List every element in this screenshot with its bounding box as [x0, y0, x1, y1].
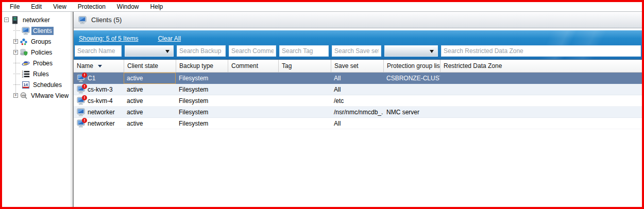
- menu-window[interactable]: Window: [111, 3, 145, 11]
- search-name-input[interactable]: [75, 45, 122, 57]
- cell-text: Filesystem: [179, 75, 208, 82]
- tree-connector: [13, 63, 20, 63]
- column-header-label: Restricted Data Zone: [444, 62, 502, 69]
- tree-item-policies[interactable]: +Policies: [2, 47, 73, 58]
- cell-protection-group: CSBRONZE-CLUST...: [383, 73, 440, 84]
- table-row-cs-kvm-3[interactable]: !cs-kvm-3activeFilesystemAll: [74, 84, 642, 95]
- table-row-c1[interactable]: !C1activeFilesystemAllCSBRONZE-CLUST...: [74, 73, 642, 84]
- svg-text:3: 3: [22, 76, 23, 78]
- protection-group-filter-dropdown[interactable]: [384, 45, 438, 57]
- cell-text: active: [127, 75, 143, 82]
- column-header-label: Name: [77, 62, 93, 69]
- column-header-label: Backup type: [179, 62, 213, 69]
- tree-item-label: Schedules: [31, 81, 63, 89]
- cell-tag: [278, 84, 331, 95]
- client-monitor-icon: !: [77, 97, 85, 105]
- cell-client-state: active: [124, 107, 176, 117]
- panel-header: Clients (5): [74, 12, 642, 28]
- alert-badge-icon: !: [82, 73, 87, 78]
- tree-item-label: Groups: [29, 38, 53, 46]
- cell-backup-type: Filesystem: [176, 84, 228, 95]
- monitor-icon: [22, 27, 30, 35]
- collapse-toggle-icon[interactable]: −: [4, 18, 9, 22]
- cell-comment: [228, 84, 278, 95]
- column-header-backup-type[interactable]: Backup type: [176, 60, 228, 72]
- tree-item-probes[interactable]: Probes: [2, 58, 73, 68]
- column-header-restricted-data-zone[interactable]: Restricted Data Zone: [440, 60, 642, 72]
- content-area: − networker Clients+Groups+PoliciesProbe…: [2, 12, 642, 207]
- client-monitor-icon: !: [77, 85, 85, 94]
- navigation-tree: − networker Clients+Groups+PoliciesProbe…: [2, 12, 74, 207]
- tree-item-networker[interactable]: − networker: [2, 14, 73, 25]
- menu-view[interactable]: View: [47, 3, 72, 11]
- expand-toggle-icon[interactable]: +: [13, 39, 18, 44]
- menu-protection[interactable]: Protection: [72, 3, 111, 11]
- column-header-name[interactable]: Name: [74, 60, 124, 72]
- expand-toggle-icon[interactable]: +: [13, 50, 18, 55]
- cell-text: active: [127, 97, 143, 104]
- cell-name: !cs-kvm-3: [74, 84, 124, 95]
- column-header-tag[interactable]: Tag: [278, 60, 331, 72]
- cell-text: All: [334, 75, 341, 82]
- clear-all-link[interactable]: Clear All: [158, 35, 181, 42]
- cell-client-state: active: [124, 95, 176, 106]
- cell-text: NMC server: [386, 109, 419, 116]
- cell-name: !cs-kvm-4: [74, 95, 124, 106]
- cell-rdz: [440, 95, 642, 106]
- table-row-networker[interactable]: networkeractiveFilesystem/nsr/nmc/nmcdb_…: [74, 107, 642, 118]
- cell-save-set: All: [331, 84, 383, 95]
- cell-name: !C1: [74, 73, 124, 84]
- cell-save-set: /etc: [331, 95, 383, 106]
- client-state-filter-dropdown[interactable]: [125, 45, 174, 57]
- cell-text: cs-kvm-4: [88, 97, 113, 104]
- tree-item-schedules[interactable]: 14Schedules: [2, 79, 73, 90]
- cell-save-set: All: [331, 73, 383, 84]
- cell-client-state: active: [124, 84, 176, 95]
- showing-items-link[interactable]: Showing: 5 of 5 Items: [79, 35, 138, 42]
- filter-links: Showing: 5 of 5 Items Clear All: [74, 34, 642, 43]
- menu-edit[interactable]: Edit: [25, 3, 47, 11]
- page-title: Clients (5): [91, 16, 122, 24]
- search-comment-input[interactable]: [229, 45, 276, 57]
- tree-item-vmware-view[interactable]: +vmVMware View: [2, 90, 73, 101]
- column-header-comment[interactable]: Comment: [228, 60, 278, 72]
- cell-comment: [228, 73, 278, 84]
- search-rdz-input[interactable]: [441, 45, 641, 57]
- alert-badge-icon: !: [82, 118, 87, 123]
- search-save-set-input[interactable]: [332, 45, 381, 57]
- cell-protection-group: [383, 118, 440, 129]
- column-header-client-state[interactable]: Client state: [124, 60, 176, 72]
- search-backup-type-input[interactable]: [177, 45, 226, 57]
- cell-text: C1: [88, 75, 95, 82]
- tree-item-rules[interactable]: 123Rules: [2, 68, 73, 79]
- table-row-cs-kvm-4[interactable]: !cs-kvm-4activeFilesystem/etc: [74, 95, 642, 107]
- monitor-icon: [78, 16, 87, 24]
- cell-text: active: [127, 120, 143, 127]
- tree-item-clients[interactable]: Clients: [2, 25, 73, 36]
- tree-item-label: Rules: [31, 70, 50, 78]
- tree-children: Clients+Groups+PoliciesProbes123Rules14S…: [2, 25, 73, 101]
- column-header-protection-group-list[interactable]: Protection group list: [383, 60, 440, 72]
- clients-panel: Clients (5) Showing: 5 of 5 Items Clear …: [74, 12, 642, 207]
- sort-desc-icon: [98, 65, 102, 69]
- svg-text:14: 14: [24, 82, 28, 87]
- menu-help[interactable]: Help: [145, 3, 169, 11]
- cell-protection-group: [383, 95, 440, 106]
- tree-item-label: networker: [21, 16, 52, 24]
- expand-toggle-icon[interactable]: +: [13, 93, 18, 98]
- svg-text:vm: vm: [22, 94, 26, 97]
- search-tag-input[interactable]: [279, 45, 329, 57]
- menu-bar: FileEditViewProtectionWindowHelp: [2, 2, 642, 12]
- column-header-label: Tag: [282, 62, 292, 69]
- cell-rdz: [440, 107, 642, 117]
- menu-file[interactable]: File: [4, 3, 25, 11]
- table-row-networker[interactable]: !networkeractiveFilesystemAll: [74, 118, 642, 129]
- tree-item-groups[interactable]: +Groups: [2, 36, 73, 47]
- rules-icon: 123: [22, 70, 30, 78]
- policies-icon: [20, 48, 28, 57]
- cell-save-set: /nsr/nmc/nmcdb_...: [331, 107, 383, 117]
- column-header-label: Comment: [231, 62, 258, 69]
- filter-bar: Showing: 5 of 5 Items Clear All: [74, 30, 642, 60]
- cell-rdz: [440, 118, 642, 129]
- column-header-save-set[interactable]: Save set: [331, 60, 383, 72]
